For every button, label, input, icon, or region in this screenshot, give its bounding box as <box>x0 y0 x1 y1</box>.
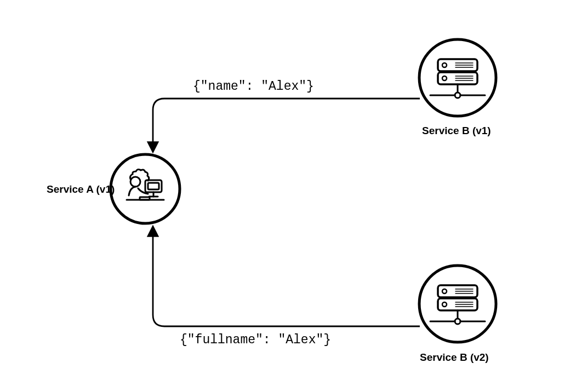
service-a-node <box>111 154 180 223</box>
svg-point-23 <box>419 266 496 342</box>
service-b-v2-label: Service B (v2) <box>420 351 489 364</box>
payload-b1-to-a: {"name": "Alex"} <box>193 79 314 94</box>
service-b-v1-label: Service B (v1) <box>422 125 491 137</box>
diagram-canvas: Service A (v1) Service B (v1) Service B … <box>0 0 576 392</box>
service-b-v1-node <box>419 39 496 116</box>
svg-point-8 <box>419 39 496 116</box>
arrow-b1-to-a <box>153 99 420 151</box>
service-b-v2-node <box>419 266 496 342</box>
service-a-label: Service A (v1) <box>47 183 115 195</box>
payload-b2-to-a: {"fullname": "Alex"} <box>180 333 331 347</box>
arrow-b2-to-a <box>153 228 420 326</box>
